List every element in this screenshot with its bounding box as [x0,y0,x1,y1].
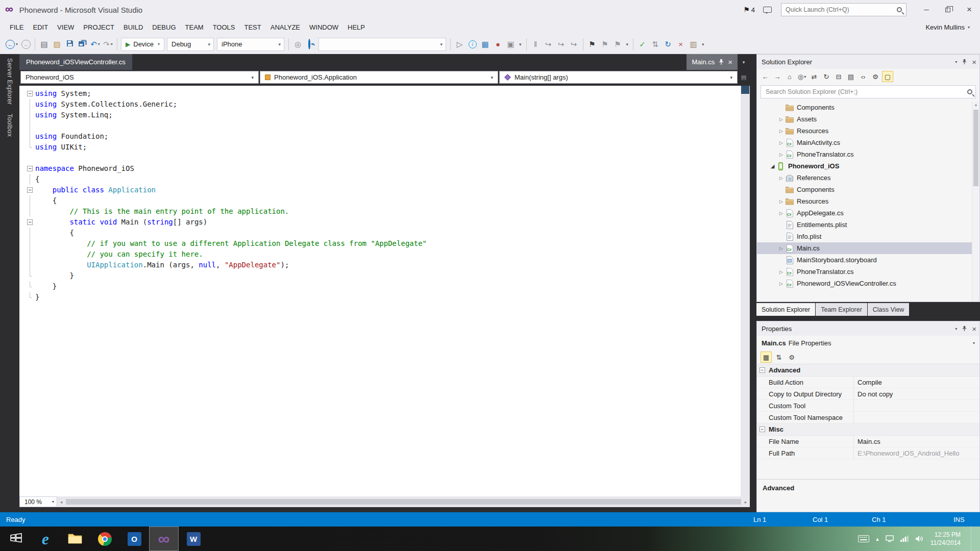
property-category-advanced[interactable]: −Advanced [757,364,979,377]
dock-splitter[interactable] [750,54,756,512]
scrollbar-thumb[interactable] [973,110,978,186]
fold-collapse-icon[interactable]: − [27,217,35,228]
tree-item-phoneword-iosviewcontroller-cs[interactable]: ▷C#Phoneword_iOSViewController.cs [757,278,979,289]
split-editor-button[interactable]: ▤ [739,71,749,84]
se-home-icon[interactable]: ⌂ [784,71,795,82]
fold-collapse-icon[interactable]: − [27,185,35,195]
minimize-button[interactable]: ─ [916,0,937,19]
tree-item-mainstoryboard-storyboard[interactable]: MainStoryboard.storyboard [757,254,979,266]
property-row-custom-tool[interactable]: Custom Tool [757,400,979,412]
toolbar-bookmark-icon[interactable]: ⚑ [586,38,599,51]
properties-alphabetical-icon[interactable]: ⇅ [773,352,785,363]
taskbar-clock[interactable]: 12:25 PM 11/24/2014 [930,531,961,547]
properties-object-selector[interactable]: Main.cs File Properties ▾ [757,336,979,350]
menu-item-window[interactable]: WINDOW [305,19,343,35]
tree-item-entitlements-plist[interactable]: Entitlements.plist [757,219,979,231]
toolbar-step-into-icon[interactable]: ↪ [555,38,568,51]
menu-item-view[interactable]: VIEW [53,19,79,35]
chevron-collapsed-icon[interactable]: ▷ [777,152,785,157]
taskbar-app-visual-studio[interactable]: ∞ [149,527,179,551]
pin-icon[interactable] [962,325,967,332]
toolbar-code-info-icon[interactable]: i [466,38,479,51]
se-show-all-files-icon[interactable]: ▤ [845,71,856,82]
taskbar-app-outlook[interactable]: O [119,527,149,551]
se-back-icon[interactable]: ← [760,71,771,82]
property-row-build-action[interactable]: Build ActionCompile [757,377,979,388]
property-row-custom-tool-namespace[interactable]: Custom Tool Namespace [757,412,979,423]
collapse-icon[interactable]: − [760,367,765,373]
tree-scrollbar[interactable]: ▲ [972,102,979,302]
taskbar-app-file-explorer[interactable] [60,527,90,551]
tree-item-resources[interactable]: ▷Resources [757,125,979,137]
tab-list-chevron-icon[interactable]: ▾ [738,54,750,70]
editor-horizontal-scrollbar[interactable]: ◂ ▸ [57,496,750,507]
toolbar-combo-solution-configurations[interactable]: Debug▾ [167,38,214,51]
property-category-misc[interactable]: −Misc [757,423,979,436]
taskbar-app-internet-explorer[interactable]: e [31,527,60,551]
scroll-left-icon[interactable]: ◂ [57,499,65,505]
dock-tab-team-explorer[interactable]: Team Explorer [816,303,867,316]
editor-vertical-scrollbar[interactable] [741,86,750,496]
tree-item-components[interactable]: Components [757,184,979,195]
show-desktop-button[interactable] [971,527,975,551]
toolbar-undo-icon[interactable]: ↶▾ [89,38,102,51]
toolbar-redo-icon[interactable]: ↷▾ [102,38,114,51]
chevron-collapsed-icon[interactable]: ▷ [777,199,785,204]
close-icon[interactable]: × [972,58,976,66]
toolbar-chevron-down-icon[interactable]: ▾ [700,42,706,47]
touch-keyboard-icon[interactable] [858,535,869,542]
menu-item-analyze[interactable]: ANALYZE [266,19,305,35]
feedback-icon[interactable] [763,7,772,13]
solution-search-input[interactable]: Search Solution Explorer (Ctrl+;) [761,85,976,98]
toolbar-navigate-backward-icon[interactable]: ←▾ [4,38,19,51]
chevron-collapsed-icon[interactable]: ▷ [777,129,785,134]
se-sync-with-active-document-icon[interactable]: ⇄ [808,71,820,82]
se-forward-icon[interactable]: → [772,71,783,82]
toolbar-chevron-down-icon[interactable]: ▾ [517,42,524,47]
toolbar-next-bookmark-icon[interactable]: ⚑ [611,38,624,51]
toolbar-branch-icon[interactable]: ⇅ [649,38,662,51]
chevron-collapsed-icon[interactable]: ▷ [777,281,785,286]
zoom-select[interactable]: 100 % ▾ [19,496,57,507]
tree-item-assets[interactable]: ▷Assets [757,113,979,125]
window-position-chevron-icon[interactable]: ▾ [955,327,957,331]
toolbar-navigate-forward-icon[interactable]: → [19,38,32,51]
toolbar-refresh-icon[interactable]: ↻ [662,38,674,51]
tree-item-references[interactable]: ▷References [757,172,979,184]
properties-categorized-icon[interactable]: ▦ [761,352,772,363]
se-properties-icon[interactable]: ⚙ [870,71,881,82]
chevron-collapsed-icon[interactable]: ▷ [777,269,785,274]
tree-item-appdelegate-cs[interactable]: ▷C#AppDelegate.cs [757,207,979,219]
taskbar-app-color-app[interactable] [208,527,238,551]
navbar-member-dropdown[interactable]: Main(string[] args) ▾ [499,71,738,84]
tab-phoneword-iosviewcontroller[interactable]: Phoneword_iOSViewController.cs [19,54,132,70]
property-row-full-path[interactable]: Full PathE:\Phoneword_iOS_Android_Hello [757,447,979,459]
user-menu[interactable]: Kevin Mullins ▾ [925,23,970,31]
toolbar-start-without-debugging-icon[interactable]: ▷ [453,38,466,51]
tree-item-main-cs[interactable]: ▷C#Main.cs [757,242,979,254]
menu-item-debug[interactable]: DEBUG [148,19,180,35]
menu-item-build[interactable]: BUILD [119,19,148,35]
code-editor[interactable]: −using System;using System.Collections.G… [19,86,750,496]
tree-item-phonetranslator-cs[interactable]: ▷C#PhoneTranslator.cs [757,266,979,278]
run-button[interactable]: ▶Device▾ [121,38,164,51]
toolbar-break-all-icon[interactable]: ‖ [529,38,542,51]
tree-item-info-plist[interactable]: Info.plist [757,231,979,242]
toolbar-save-all-icon[interactable] [76,38,89,51]
menu-item-tools[interactable]: TOOLS [208,19,240,35]
properties-property-pages-icon[interactable]: ⚙ [786,352,797,363]
se-scope-filter-icon[interactable]: ◎▾ [796,71,807,82]
toolbar-open-file-icon[interactable]: ▨ [51,38,63,51]
toolbar-nuget-package-icon[interactable]: ▥ [687,38,700,51]
toolbar-step-over-icon[interactable]: ↪ [542,38,555,51]
notifications-button[interactable]: ⚑ 4 [743,6,755,14]
tree-item-resources[interactable]: ▷Resources [757,195,979,207]
taskbar-app-chrome[interactable] [90,527,119,551]
toolbar-step-out-icon[interactable]: ↪ [568,38,580,51]
chevron-collapsed-icon[interactable]: ▷ [777,140,785,145]
quick-launch-input[interactable]: Quick Launch (Ctrl+Q) [781,3,906,16]
tree-item-phonetranslator-cs[interactable]: ▷C#PhoneTranslator.cs [757,148,979,160]
close-icon[interactable]: × [728,58,732,66]
chevron-collapsed-icon[interactable]: ▷ [777,176,785,181]
preview-tab-main-cs[interactable]: Main.cs × [687,54,738,70]
